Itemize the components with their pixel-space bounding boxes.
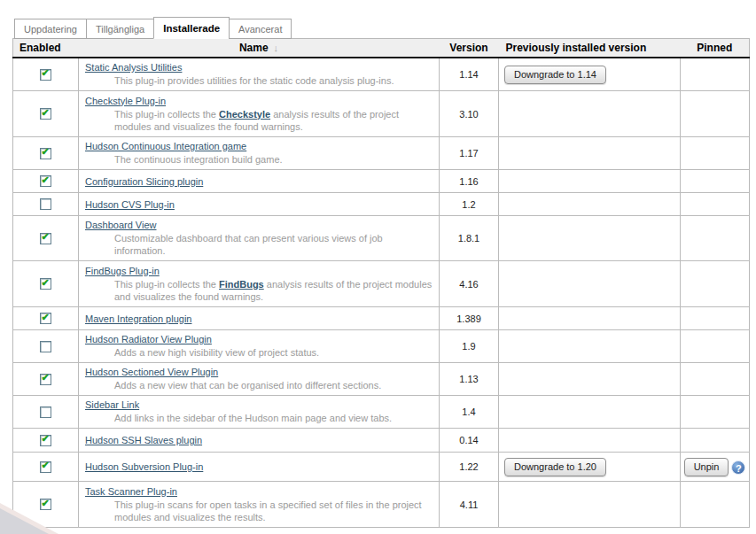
plugin-description: Adds a new high visibility view of proje… [114, 346, 435, 359]
table-row: Dashboard View Customizable dashboard th… [13, 216, 750, 261]
table-row: Hudson Continuous Integration game The c… [13, 137, 750, 170]
table-row: FindBugs Plug-in This plug-in collects t… [13, 261, 750, 307]
tab-uppdatering[interactable]: Uppdatering [14, 19, 87, 39]
version-value: 0.14 [440, 429, 499, 453]
plugin-name-link[interactable]: Hudson Radiator View Plugin [85, 334, 212, 344]
version-value: 1.14 [440, 58, 499, 91]
plugin-name-link[interactable]: Hudson Continuous Integration game [85, 141, 246, 151]
table-row: Checkstyle Plug-in This plug-in collects… [13, 91, 750, 137]
version-value: 1.13 [440, 363, 499, 396]
enabled-checkbox[interactable] [40, 175, 51, 187]
plugin-name-link[interactable]: Hudson Subversion Plug-in [85, 461, 203, 472]
enabled-checkbox[interactable] [40, 108, 51, 120]
page-corner-shadow [0, 508, 49, 534]
plugin-name-link[interactable]: Hudson CVS Plug-in [85, 199, 175, 210]
table-row: Task Scanner Plug-in This plug-in scans … [13, 482, 750, 528]
plugin-name-link[interactable]: Sidebar Link [85, 399, 139, 410]
header-enabled[interactable]: Enabled [13, 39, 79, 58]
downgrade-button[interactable]: Downgrade to 1.14 [504, 66, 606, 84]
enabled-checkbox[interactable] [40, 313, 51, 324]
version-value: 1.8.1 [440, 216, 499, 261]
table-row: Hudson Subversion Plug-in 1.22 Downgrade… [13, 453, 750, 482]
version-value: 3.10 [440, 91, 499, 137]
enabled-checkbox[interactable] [40, 69, 51, 81]
enabled-checkbox[interactable] [40, 406, 51, 418]
header-name-label: Name [239, 42, 269, 54]
version-value: 1.389 [440, 307, 499, 330]
plugin-description: Customizable dashboard that can present … [114, 232, 435, 257]
version-value: 1.4 [440, 396, 499, 429]
help-icon[interactable]: ? [731, 460, 745, 475]
table-row: Configuration Slicing plugin 1.16 [13, 170, 750, 193]
tab-installerade[interactable]: Installerade [153, 17, 230, 39]
table-row: Sidebar Link Add links in the sidebar of… [13, 396, 750, 429]
header-version[interactable]: Version [440, 39, 499, 58]
enabled-checkbox[interactable] [40, 233, 51, 244]
unpin-button[interactable]: Unpin [684, 458, 729, 476]
header-previous-version[interactable]: Previously installed version [499, 39, 681, 58]
table-row: Static Analysis Utilities This plug-in p… [13, 58, 750, 91]
version-value: 1.22 [440, 453, 499, 482]
header-name[interactable]: Name↓ [79, 39, 440, 58]
installed-plugins-table: Enabled Name↓ Version Previously install… [12, 38, 750, 528]
version-value: 1.16 [440, 170, 499, 193]
table-row: Hudson Radiator View Plugin Adds a new h… [13, 330, 750, 363]
plugin-name-link[interactable]: Hudson SSH Slaves plugin [85, 435, 202, 445]
plugin-name-link[interactable]: FindBugs Plug-in [85, 266, 160, 276]
enabled-checkbox[interactable] [40, 278, 51, 290]
version-value: 1.2 [440, 193, 499, 216]
plugin-name-link[interactable]: Static Analysis Utilities [85, 62, 182, 73]
sort-descending-icon: ↓ [274, 43, 279, 53]
tab-tillgangliga[interactable]: Tillgängliga [86, 19, 154, 39]
header-pinned[interactable]: Pinned [681, 39, 750, 58]
plugin-name-link[interactable]: Task Scanner Plug-in [85, 486, 177, 497]
plugin-name-link[interactable]: Configuration Slicing plugin [85, 176, 203, 187]
enabled-checkbox[interactable] [40, 435, 51, 446]
plugin-name-link[interactable]: Checkstyle Plug-in [85, 96, 166, 106]
plugin-description: This plug-in provides utilities for the … [114, 74, 435, 87]
tab-bar: Uppdatering Tillgängliga Installerade Av… [14, 19, 756, 39]
plugin-description: This plug-in collects the Checkstyle ana… [114, 108, 435, 133]
plugin-description: Adds a new view that can be organised in… [114, 379, 435, 391]
description-link[interactable]: FindBugs [219, 279, 264, 290]
plugin-description: This plug-in scans for open tasks in a s… [114, 499, 435, 523]
table-header-row: Enabled Name↓ Version Previously install… [13, 39, 750, 58]
enabled-checkbox[interactable] [40, 341, 51, 352]
version-value: 1.17 [440, 137, 499, 170]
table-row: Hudson CVS Plug-in 1.2 [13, 193, 750, 216]
table-row: Hudson Sectioned View Plugin Adds a new … [13, 363, 750, 396]
version-value: 4.16 [440, 261, 499, 307]
plugin-name-link[interactable]: Dashboard View [85, 220, 157, 230]
plugin-manager-page: Uppdatering Tillgängliga Installerade Av… [0, 0, 756, 534]
enabled-checkbox[interactable] [40, 198, 51, 210]
table-row: Hudson SSH Slaves plugin 0.14 [13, 429, 750, 453]
plugin-description: The continuous integration build game. [114, 153, 435, 166]
version-value: 1.9 [440, 330, 499, 363]
enabled-checkbox[interactable] [40, 461, 51, 473]
description-link[interactable]: Checkstyle [219, 109, 270, 120]
enabled-checkbox[interactable] [40, 374, 51, 385]
tab-avancerat[interactable]: Avancerat [229, 19, 292, 39]
version-value: 4.11 [440, 482, 499, 528]
table-row: Maven Integration plugin 1.389 [13, 307, 750, 330]
enabled-checkbox[interactable] [40, 148, 51, 159]
plugin-name-link[interactable]: Hudson Sectioned View Plugin [85, 367, 218, 377]
plugin-name-link[interactable]: Maven Integration plugin [85, 313, 191, 324]
plugin-description: This plug-in collects the FindBugs analy… [114, 278, 435, 303]
downgrade-button[interactable]: Downgrade to 1.20 [504, 458, 606, 476]
plugin-description: Add links in the sidebar of the Hudson m… [114, 412, 435, 424]
